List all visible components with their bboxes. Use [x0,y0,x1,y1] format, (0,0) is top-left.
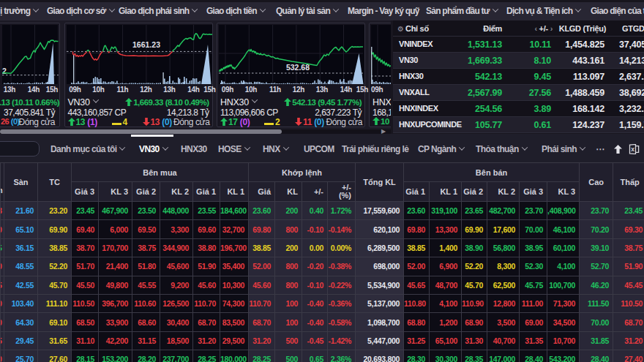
svg-text:x: x [631,146,634,153]
svg-text:2: 2 [2,67,7,75]
svg-text:1661.23: 1661.23 [132,40,160,49]
svg-text:532.68: 532.68 [286,63,310,72]
